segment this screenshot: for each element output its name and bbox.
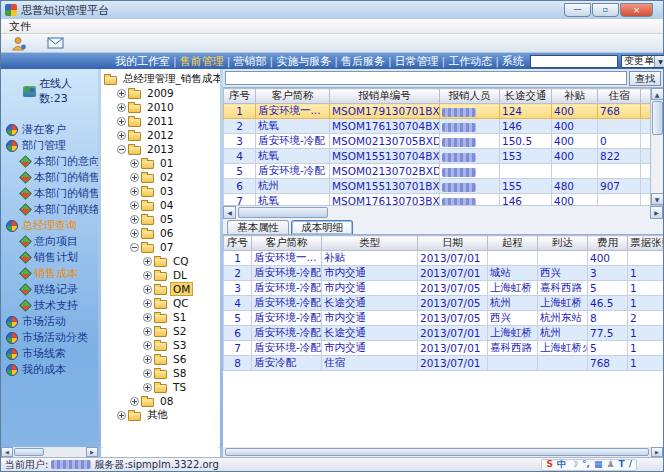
person-icon[interactable]: ♟ (606, 460, 614, 469)
table-cell[interactable] (440, 104, 500, 119)
sidebar-item[interactable]: 部门管理 (1, 138, 98, 153)
skin-icon[interactable]: T (619, 460, 625, 469)
table-cell[interactable]: 3 (224, 134, 256, 149)
tree-node[interactable]: QC (101, 296, 220, 310)
sidebar-item[interactable]: 本部门的联络记录 (1, 202, 98, 217)
expand-icon[interactable] (130, 201, 139, 210)
sidebar-item[interactable]: 市场活动分类 (1, 330, 98, 345)
tree-node[interactable]: 其他 (101, 408, 220, 422)
tree-node-label[interactable]: 2009 (144, 86, 177, 100)
tree-node[interactable]: 08 (101, 394, 220, 408)
table-cell[interactable] (500, 164, 552, 179)
collapse-icon[interactable] (117, 145, 126, 154)
table-cell[interactable]: 1 (628, 326, 664, 341)
restore-button[interactable]: ▫ (592, 3, 619, 17)
find-input[interactable] (225, 71, 627, 85)
column-header[interactable]: 票据张数 (628, 236, 664, 251)
sidebar-item[interactable]: 潜在客户 (1, 122, 98, 137)
table-cell[interactable]: 盾安环境-冷配 (252, 296, 322, 311)
table-cell[interactable]: 400 (552, 149, 598, 164)
tree-node[interactable]: 05 (101, 212, 220, 226)
table-cell[interactable]: 2013/07/01 (418, 326, 488, 341)
table-cell[interactable]: 盾安环境-冷配 (252, 266, 322, 281)
table-row[interactable]: 3盾安环境-冷配MSOM02130705BXD150.54000 (224, 134, 664, 149)
table-cell[interactable]: 嘉科西路 (538, 281, 588, 296)
table-row[interactable]: 5盾安环境-冷配市内交通2013/07/05西兴杭州东站82 (224, 311, 664, 326)
expand-icon[interactable] (143, 341, 152, 350)
find-button[interactable]: 查找 (629, 71, 661, 86)
nav-tab[interactable]: 日常管理 (393, 54, 441, 69)
table-cell[interactable] (628, 251, 664, 266)
table-row[interactable]: 7杭氧MSOM176130703BXD146400 (224, 194, 664, 206)
expand-icon[interactable] (143, 383, 152, 392)
tree-scroll-track[interactable] (101, 447, 220, 457)
table-cell[interactable]: 768 (588, 356, 628, 371)
table-cell[interactable]: 822 (598, 149, 641, 164)
table-cell[interactable]: 嘉科西路 (488, 341, 538, 356)
table-cell[interactable]: 768 (598, 104, 641, 119)
tree-node-label[interactable]: S6 (170, 352, 189, 366)
expand-icon[interactable] (117, 103, 126, 112)
table-cell[interactable]: 5 (588, 341, 628, 356)
table-cell[interactable]: 杭州 (538, 326, 588, 341)
table-cell[interactable]: 市内交通 (322, 311, 418, 326)
table-cell[interactable]: 1 (628, 356, 664, 371)
table-cell[interactable]: 4 (224, 149, 256, 164)
sidebar-item[interactable]: 总经理查询 (1, 218, 98, 233)
horizontal-scrollbar[interactable]: ◀ ▶ (223, 205, 663, 219)
sidebar-item[interactable]: 技术支持 (1, 298, 98, 313)
table-cell[interactable]: 0 (598, 134, 641, 149)
scroll-left-icon[interactable]: ◀ (1, 447, 13, 457)
table-cell[interactable]: MSOM176130704BXD (330, 119, 440, 134)
tree-node[interactable]: 2010 (101, 100, 220, 114)
table-cell[interactable] (488, 356, 538, 371)
tree-node[interactable]: CQ (101, 254, 220, 268)
table-cell[interactable]: 480 (552, 179, 598, 194)
table-cell[interactable]: 住宿 (322, 356, 418, 371)
tree-node-label[interactable]: 总经理管理_销售成本 (120, 71, 220, 87)
table-cell[interactable]: 2013/07/05 (418, 296, 488, 311)
table-cell[interactable]: 杭州东站 (538, 311, 588, 326)
expand-icon[interactable] (130, 397, 139, 406)
expand-icon[interactable] (117, 117, 126, 126)
table-row[interactable]: 4盾安环境-冷配长途交通2013/07/05杭州上海虹桥46.51 (224, 296, 664, 311)
table-cell[interactable] (598, 119, 641, 134)
table-cell[interactable]: 盾安环境-冷配 (252, 311, 322, 326)
tree-node-label[interactable]: 03 (157, 184, 176, 198)
tree-node-label[interactable]: 2011 (144, 114, 177, 128)
tree-node[interactable]: 总经理管理_销售成本 (101, 72, 220, 86)
table-cell[interactable]: 150.5 (500, 134, 552, 149)
table-row[interactable]: 1盾安环境一...MSOM179130701BXD124400768 (224, 104, 664, 119)
table-cell[interactable]: 1 (628, 341, 664, 356)
sidebar-item[interactable]: 联络记录 (1, 282, 98, 297)
table-row[interactable]: 7盾安环境-冷配市内交通2013/07/01嘉科西路上海虹桥火...51 (224, 341, 664, 356)
table-cell[interactable]: 3 (588, 266, 628, 281)
table-row[interactable]: 6盾安环境-冷配长途交通2013/07/01上海虹桥杭州77.51 (224, 326, 664, 341)
table-cell[interactable]: 2013/07/01 (418, 356, 488, 371)
table-cell[interactable] (598, 164, 641, 179)
table-cell[interactable]: 西兴 (538, 266, 588, 281)
table-cell[interactable]: 长途交通 (322, 326, 418, 341)
user-icon[interactable] (9, 35, 29, 51)
column-header[interactable]: 报销单编号 (330, 89, 440, 104)
table-row[interactable]: 3盾安环境-冷配市内交通2013/07/05上海虹桥嘉科西路51 (224, 281, 664, 296)
column-header[interactable]: 客户简称 (252, 236, 322, 251)
table-cell[interactable] (440, 194, 500, 206)
category-dropdown[interactable]: 变更单 ▼ (621, 55, 664, 68)
table-cell[interactable]: 400 (552, 134, 598, 149)
tree-node[interactable]: 04 (101, 198, 220, 212)
table-cell[interactable]: 6 (224, 326, 252, 341)
expand-icon[interactable] (143, 355, 152, 364)
tab-inactive[interactable]: 基本属性 (227, 220, 289, 234)
table-cell[interactable]: 市内交通 (322, 266, 418, 281)
nav-tab[interactable]: 我的工作室 (113, 54, 172, 69)
nav-tab[interactable]: 工作动态 (446, 54, 494, 69)
chevron-down-icon[interactable]: ▼ (654, 56, 664, 67)
tree-node-label[interactable]: CQ (170, 254, 192, 268)
table-cell[interactable]: 盾安环境一... (256, 104, 330, 119)
tree-node-label[interactable]: 05 (157, 212, 176, 226)
table-cell[interactable]: 盾安环境-冷配 (252, 326, 322, 341)
table-row[interactable]: 8盾安冷配住宿2013/07/017681 (224, 356, 664, 371)
table-cell[interactable]: 杭氧 (256, 194, 330, 206)
expand-icon[interactable] (143, 285, 152, 294)
